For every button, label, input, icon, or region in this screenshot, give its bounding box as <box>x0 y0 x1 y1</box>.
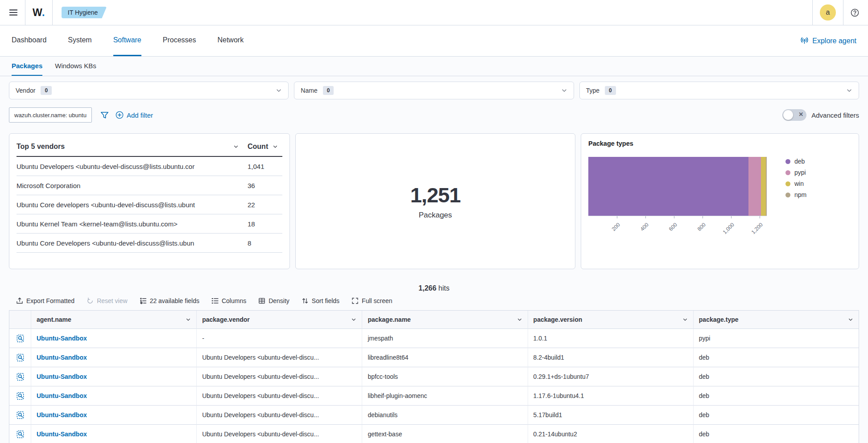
cell-package-vendor: Ubuntu Developers <ubuntu-devel-discu... <box>196 405 362 424</box>
columns-button[interactable]: Columns <box>211 297 246 304</box>
column-header-package-vendor[interactable]: package.vendor <box>196 311 362 328</box>
divider <box>52 0 53 25</box>
add-filter-button[interactable]: Add filter <box>116 111 153 119</box>
cell-package-name: jmespath <box>362 328 527 348</box>
legend-item-pypi[interactable]: pypi <box>785 169 806 176</box>
full-screen-label: Full screen <box>362 297 392 304</box>
name-count-badge: 0 <box>323 86 334 95</box>
column-label: agent.name <box>37 316 71 323</box>
agent-name-link[interactable]: Ubuntu-Sandbox <box>37 392 87 399</box>
legend-dot <box>785 181 790 186</box>
wazuh-logo[interactable]: W. <box>33 7 45 19</box>
vendor-row: Ubuntu Core Developers <ubuntu-devel-dis… <box>17 234 282 253</box>
agent-name-link[interactable]: Ubuntu-Sandbox <box>37 431 87 438</box>
vendor-name: Ubuntu Core Developers <ubuntu-devel-dis… <box>17 239 248 247</box>
cell-agent-name: Ubuntu-Sandbox <box>31 367 196 386</box>
column-header-package-version[interactable]: package.version <box>528 311 693 328</box>
agent-name-link[interactable]: Ubuntu-Sandbox <box>37 411 87 418</box>
active-filter-pill[interactable]: wazuh.cluster.name: ubuntu <box>9 107 92 123</box>
vendor-row: Ubuntu Core developers <ubuntu-devel-dis… <box>17 195 282 214</box>
help-icon[interactable] <box>851 8 859 17</box>
tab-processes[interactable]: Processes <box>163 25 196 56</box>
chart-legend: deb pypi win npm <box>785 157 806 242</box>
full-screen-button[interactable]: Full screen <box>351 297 392 304</box>
agent-name-link[interactable]: Ubuntu-Sandbox <box>37 373 87 380</box>
available-fields-button[interactable]: 22 available fields <box>140 297 199 304</box>
explore-agent-link[interactable]: Explore agent <box>800 25 856 56</box>
agent-name-link[interactable]: Ubuntu-Sandbox <box>37 335 87 342</box>
filter-bar: wazuh.cluster.name: ubuntu Add filter ✕ … <box>9 107 859 123</box>
cell-package-name: bpfcc-tools <box>362 367 527 386</box>
legend-label: deb <box>794 158 805 165</box>
column-header-package-name[interactable]: package.name <box>362 311 527 328</box>
avatar[interactable]: a <box>820 4 836 21</box>
toggle-knob <box>783 110 793 120</box>
chevron-down-icon <box>517 317 522 322</box>
cell-package-vendor: Ubuntu Developers <ubuntu-devel-discu... <box>196 424 362 443</box>
explore-agent-label: Explore agent <box>812 37 856 45</box>
tab-dashboard[interactable]: Dashboard <box>12 25 46 56</box>
cell-agent-name: Ubuntu-Sandbox <box>31 386 196 405</box>
inspect-document-icon[interactable] <box>9 405 31 424</box>
type-count-badge: 0 <box>605 86 616 95</box>
hits-label: hits <box>438 284 450 292</box>
tab-system[interactable]: System <box>68 25 91 56</box>
vendor-sort-chevron-icon[interactable] <box>233 144 239 149</box>
export-formatted-button[interactable]: Export Formatted <box>16 297 74 304</box>
top-vendors-header: Top 5 vendors Count <box>17 140 282 157</box>
sort-icon <box>302 297 309 304</box>
subtab-packages[interactable]: Packages <box>12 57 42 76</box>
packages-metric-value: 1,251 <box>410 183 461 207</box>
density-icon <box>258 297 265 304</box>
type-select[interactable]: Type 0 <box>579 82 859 99</box>
top-header-bar: W. IT Hygiene a <box>0 0 868 25</box>
hits-line: 1,266 hits <box>9 284 859 292</box>
subtab-windows-kbs[interactable]: Windows KBs <box>55 57 96 76</box>
advanced-filters-toggle[interactable]: ✕ <box>782 109 806 121</box>
inspect-document-icon[interactable] <box>9 348 31 367</box>
hamburger-menu-icon[interactable] <box>9 8 18 17</box>
sort-fields-button[interactable]: Sort fields <box>302 297 339 304</box>
inspect-document-icon[interactable] <box>9 328 31 348</box>
cell-package-type: deb <box>693 367 859 386</box>
cell-agent-name: Ubuntu-Sandbox <box>31 405 196 424</box>
sort-fields-label: Sort fields <box>312 297 339 304</box>
name-select[interactable]: Name 0 <box>294 82 574 99</box>
cell-package-type: deb <box>693 386 859 405</box>
vendor-select[interactable]: Vendor 0 <box>9 82 289 99</box>
tab-network[interactable]: Network <box>217 25 244 56</box>
filter-funnel-icon[interactable] <box>100 111 109 119</box>
inspect-document-icon[interactable] <box>9 424 31 443</box>
chevron-down-icon <box>561 87 567 94</box>
divider <box>843 0 843 25</box>
agent-name-link[interactable]: Ubuntu-Sandbox <box>37 354 87 361</box>
inspect-document-icon[interactable] <box>9 367 31 386</box>
column-header-package-type[interactable]: package.type <box>693 311 859 328</box>
tab-software[interactable]: Software <box>113 25 141 56</box>
count-sort-chevron-icon[interactable] <box>273 144 278 149</box>
divider <box>812 0 813 25</box>
density-button[interactable]: Density <box>258 297 289 304</box>
filter-selects-row: Vendor 0 Name 0 Type 0 <box>9 82 859 99</box>
bar-segment-pypi <box>748 157 761 216</box>
x-tick-label: 600 <box>668 222 678 232</box>
reset-view-button[interactable]: Reset view <box>87 297 127 304</box>
cell-agent-name: Ubuntu-Sandbox <box>31 424 196 443</box>
packages-metric-panel: 1,251 Packages <box>295 133 575 269</box>
chevron-down-icon <box>846 87 852 94</box>
summary-panels-row: Top 5 vendors Count Ubuntu Developers <u… <box>9 133 859 269</box>
column-header-agent-name[interactable]: agent.name <box>31 311 196 328</box>
bar-segment-deb <box>588 157 748 216</box>
available-fields-label: 22 available fields <box>150 297 199 304</box>
vendor-row: Ubuntu Developers <ubuntu-devel-discuss@… <box>17 157 282 176</box>
inspect-document-icon[interactable] <box>9 386 31 405</box>
legend-item-npm[interactable]: npm <box>785 191 806 198</box>
cell-package-vendor: Ubuntu Developers <ubuntu-devel-discu... <box>196 386 362 405</box>
chevron-down-icon <box>276 87 282 94</box>
vendor-count: 36 <box>248 182 282 189</box>
legend-dot <box>785 170 790 175</box>
logo-dot: . <box>42 7 45 18</box>
legend-item-deb[interactable]: deb <box>785 158 806 165</box>
export-icon <box>16 297 23 304</box>
legend-item-win[interactable]: win <box>785 180 806 187</box>
